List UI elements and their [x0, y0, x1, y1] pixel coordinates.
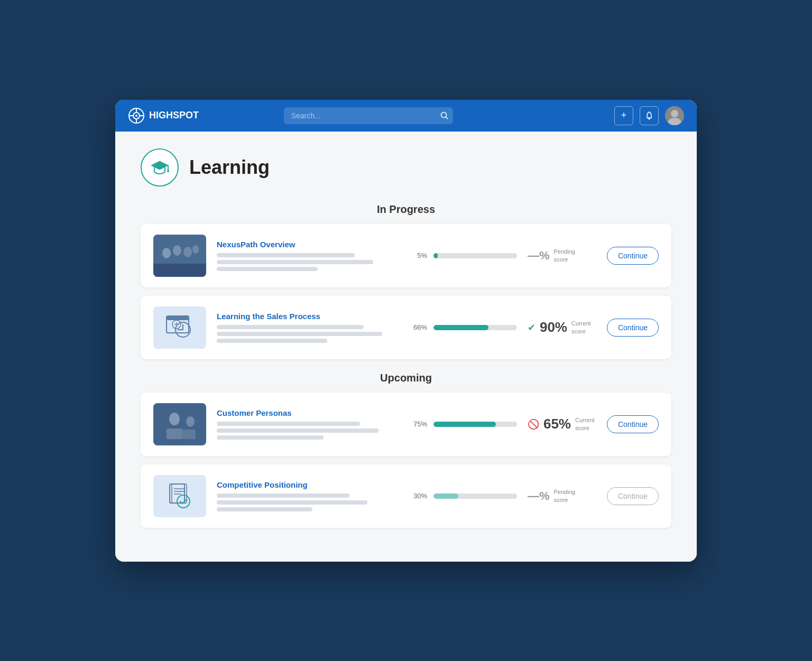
course-title-competitive: Competitive Positioning: [217, 480, 401, 489]
desc-line: [217, 494, 349, 498]
desc-line: [217, 339, 327, 343]
add-button[interactable]: +: [614, 106, 633, 125]
svg-point-31: [169, 413, 180, 425]
progress-section-competitive: 30%: [411, 492, 517, 500]
block-icon-personas: 🚫: [528, 418, 539, 430]
avatar-image: [665, 106, 684, 125]
course-info-competitive: Competitive Positioning: [217, 480, 401, 511]
check-icon-sales: ✔: [528, 322, 536, 333]
progress-bar-fill-sales: [433, 325, 488, 330]
upcoming-title: Upcoming: [141, 372, 671, 384]
progress-bar-track-personas: [433, 422, 517, 427]
course-card-sales-process: Learning the Sales Process 66% ✔ 90%: [141, 296, 671, 359]
course-card-competitive: Competitive Positioning 30% —% Pending: [141, 464, 671, 528]
desc-line: [217, 435, 324, 440]
score-section-nexuspath: —% Pendingscore: [528, 248, 596, 263]
continue-btn-sales[interactable]: Continue: [607, 319, 659, 337]
desc-line: [217, 422, 360, 426]
course-desc-competitive: [217, 494, 401, 511]
progress-section-sales: 66%: [411, 323, 517, 331]
progress-pct-sales: 66%: [411, 323, 427, 331]
svg-point-13: [167, 170, 169, 172]
score-section-personas: 🚫 65% Currentscore: [528, 416, 596, 432]
svg-point-40: [177, 495, 190, 508]
svg-point-19: [192, 245, 199, 254]
course-thumbnail-personas: [153, 403, 206, 445]
score-value-nexuspath: —%: [528, 249, 550, 263]
course-info-sales: Learning the Sales Process: [217, 312, 401, 343]
course-thumbnail-competitive: [153, 475, 206, 517]
desc-line: [217, 507, 312, 511]
desc-line: [217, 253, 355, 257]
course-info-nexuspath: NexusPath Overview: [217, 240, 401, 271]
course-card-nexuspath: NexusPath Overview 5% —% Pendingscore: [141, 224, 671, 287]
progress-pct-personas: 75%: [411, 420, 427, 428]
in-progress-section: In Progress NexusPath: [141, 203, 671, 359]
course-desc-personas: [217, 422, 401, 440]
desc-line: [217, 500, 367, 505]
upcoming-section: Upcoming Customer Personas: [141, 372, 671, 528]
course-thumbnail-sales: [153, 306, 206, 349]
page-icon: [141, 148, 179, 187]
progress-bar-track-competitive: [433, 494, 517, 499]
svg-rect-34: [182, 430, 196, 439]
main-content: Learning In Progress: [115, 132, 697, 562]
course-card-personas: Customer Personas 75% 🚫 65%: [141, 393, 671, 456]
svg-point-16: [162, 248, 171, 258]
search-bar: [284, 107, 453, 124]
progress-pct-competitive: 30%: [411, 492, 427, 500]
score-label-personas: Currentscore: [575, 416, 595, 432]
course-title-personas: Customer Personas: [217, 408, 401, 417]
continue-btn-personas[interactable]: Continue: [607, 415, 659, 433]
desc-line: [217, 429, 379, 433]
desc-line: [217, 267, 318, 271]
score-label-nexuspath: Pendingscore: [554, 248, 575, 263]
graduation-cap-icon: [148, 156, 171, 179]
search-input[interactable]: [284, 107, 453, 124]
score-label-competitive: Pendingscore: [554, 488, 575, 504]
desc-line: [217, 332, 382, 336]
progress-section-personas: 75%: [411, 420, 517, 428]
progress-bar-fill-nexuspath: [433, 253, 438, 258]
score-label-sales: Currentscore: [571, 320, 591, 335]
course-desc-nexuspath: [217, 253, 401, 271]
search-icon: [440, 111, 449, 120]
svg-rect-22: [167, 316, 189, 320]
user-avatar[interactable]: [665, 106, 684, 125]
page-title: Learning: [189, 156, 270, 179]
svg-point-17: [173, 245, 181, 256]
svg-point-33: [186, 416, 195, 427]
search-button[interactable]: [440, 111, 449, 120]
progress-bar-fill-personas: [433, 422, 496, 427]
page-header: Learning: [141, 148, 671, 187]
desc-line: [217, 260, 373, 264]
progress-pct-nexuspath: 5%: [411, 252, 427, 259]
sales-thumb-icon: [164, 312, 196, 343]
logo-text: HIGHSPOT: [149, 110, 199, 121]
course-desc-sales: [217, 325, 401, 343]
progress-section-nexuspath: 5%: [411, 252, 517, 259]
nav-actions: +: [614, 106, 684, 125]
highspot-logo-icon: [128, 107, 145, 124]
score-value-personas: 65%: [543, 416, 571, 432]
thumb-svg-sales: [153, 306, 206, 349]
svg-rect-20: [153, 264, 206, 277]
thumb-svg-competitive: [153, 475, 206, 517]
score-value-competitive: —%: [528, 489, 550, 503]
competitive-thumb-icon: [165, 481, 195, 510]
desc-line: [217, 325, 364, 329]
notifications-button[interactable]: [640, 106, 659, 125]
progress-bar-track-sales: [433, 325, 517, 330]
svg-point-10: [671, 110, 678, 117]
continue-btn-competitive[interactable]: Continue: [607, 487, 659, 505]
progress-bar-track-nexuspath: [433, 253, 517, 258]
svg-point-2: [135, 115, 137, 117]
in-progress-title: In Progress: [141, 203, 671, 216]
course-title-sales: Learning the Sales Process: [217, 312, 401, 321]
course-info-personas: Customer Personas: [217, 408, 401, 440]
score-section-sales: ✔ 90% Currentscore: [528, 319, 596, 336]
logo[interactable]: HIGHSPOT: [128, 107, 199, 124]
course-title-nexuspath: NexusPath Overview: [217, 240, 401, 249]
continue-btn-nexuspath[interactable]: Continue: [607, 247, 659, 265]
svg-rect-32: [167, 429, 182, 439]
